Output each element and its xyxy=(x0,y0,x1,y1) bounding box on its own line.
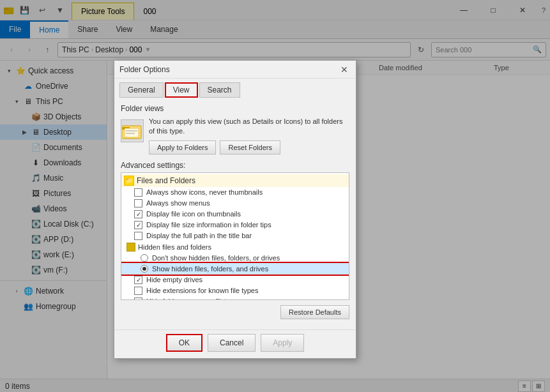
modal-close-btn[interactable]: ✕ xyxy=(338,63,351,76)
settings-item-display-size-tips[interactable]: Display file size information in folder … xyxy=(121,220,349,230)
restore-defaults-btn[interactable]: Restore Defaults xyxy=(280,305,349,319)
cancel-btn[interactable]: Cancel xyxy=(208,334,256,352)
tab-general[interactable]: General xyxy=(119,82,164,98)
apply-footer-btn[interactable]: Apply xyxy=(261,334,304,352)
folder-views-label: Folder views xyxy=(121,104,349,113)
apply-to-folders-btn[interactable]: Apply to Folders xyxy=(149,140,216,155)
checkbox-hide-extensions[interactable] xyxy=(134,287,142,295)
folder-preview-icon xyxy=(121,119,144,142)
checkbox-always-menus[interactable] xyxy=(134,199,142,207)
folder-views-box: You can apply this view (such as Details… xyxy=(121,117,349,155)
modal-title: Folder Options xyxy=(119,65,338,74)
checkbox-always-icons[interactable] xyxy=(134,188,142,197)
settings-radio-dontshow[interactable]: Don't show hidden files, folders, or dri… xyxy=(121,253,349,263)
settings-item-display-icon-thumbnails[interactable]: Display file icon on thumbnails xyxy=(121,209,349,220)
settings-item-hide-folder-merge[interactable]: Hide folder merge conflicts xyxy=(121,296,349,300)
folder-views-content: You can apply this view (such as Details… xyxy=(149,117,349,155)
folder-views-buttons: Apply to Folders Reset Folders xyxy=(149,140,349,155)
modal-footer: OK Cancel Apply xyxy=(114,329,356,358)
advanced-settings-label: Advanced settings: xyxy=(121,161,349,170)
settings-list: 📁 Files and Folders Always show icons, n… xyxy=(121,173,349,300)
settings-item-hide-extensions[interactable]: Hide extensions for known file types xyxy=(121,285,349,296)
settings-item-always-menus[interactable]: Always show menus xyxy=(121,198,349,209)
radio-dontshow[interactable] xyxy=(141,254,148,262)
tab-view[interactable]: View xyxy=(165,82,198,98)
files-folders-group-icon: 📁 xyxy=(124,176,134,186)
settings-item-hide-empty-drives[interactable]: Hide empty drives xyxy=(121,275,349,285)
svg-rect-7 xyxy=(126,133,135,134)
checkbox-hide-folder-merge[interactable] xyxy=(134,298,142,300)
radio-showfiles[interactable] xyxy=(141,265,148,273)
checkbox-hide-empty-drives[interactable] xyxy=(134,276,142,284)
settings-subgroup-hidden: Hidden files and folders xyxy=(121,241,349,253)
tab-search[interactable]: Search xyxy=(199,82,240,98)
svg-rect-6 xyxy=(126,130,137,132)
hidden-files-group-icon xyxy=(126,243,135,252)
checkbox-full-path[interactable] xyxy=(134,232,142,240)
folder-options-dialog: Folder Options ✕ General View Search Fol… xyxy=(114,60,356,359)
modal-body: Folder views You can apply this view (su… xyxy=(114,98,356,329)
settings-group-files-folders: 📁 Files and Folders xyxy=(121,174,349,187)
settings-item-full-path[interactable]: Display the full path in the title bar xyxy=(121,230,349,241)
ok-btn[interactable]: OK xyxy=(166,334,202,352)
checkbox-display-icon-thumbnails[interactable] xyxy=(134,210,142,218)
folder-views-desc: You can apply this view (such as Details… xyxy=(149,117,349,137)
settings-list-container[interactable]: 📁 Files and Folders Always show icons, n… xyxy=(121,172,349,300)
settings-radio-showfiles[interactable]: Show hidden files, folders, and drives xyxy=(121,263,349,275)
modal-overlay: Folder Options ✕ General View Search Fol… xyxy=(0,0,550,392)
settings-item-always-icons[interactable]: Always show icons, never thumbnails xyxy=(121,187,349,198)
reset-folders-btn[interactable]: Reset Folders xyxy=(220,140,280,155)
checkbox-display-size-tips[interactable] xyxy=(134,221,142,229)
modal-titlebar: Folder Options ✕ xyxy=(114,61,356,79)
modal-tabs: General View Search xyxy=(114,79,356,98)
